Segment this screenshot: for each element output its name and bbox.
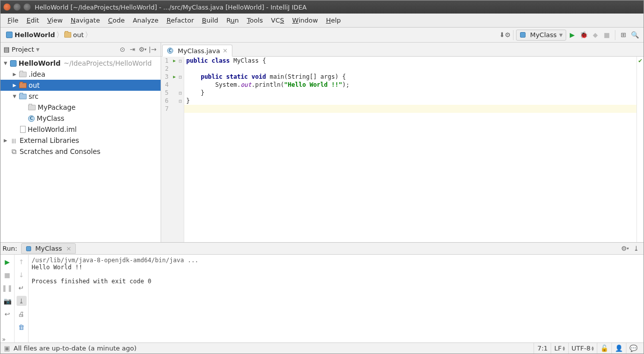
expand-arrow-icon[interactable]: ▶ [11, 83, 19, 88]
tree-label: MyClass [37, 114, 64, 122]
down-stack-button[interactable]: ↓ [17, 270, 27, 280]
editor-tab-label: MyClass.java [178, 47, 220, 55]
window-menu[interactable]: Window [288, 15, 322, 26]
code-editor[interactable]: public class MyClass { public static voi… [184, 57, 636, 242]
scroll-from-source-button[interactable]: ⊙ [117, 45, 127, 55]
line-separator[interactable]: LF▴▾ [551, 343, 568, 353]
tree-node-idea[interactable]: ▶ .idea [1, 69, 161, 80]
hide-run-button[interactable]: ⤓ [630, 243, 641, 254]
vcs-menu[interactable]: VCS [267, 15, 288, 26]
run-left-toolbar: ▶ ■ ❚❚ 📷 ↩ [1, 255, 15, 342]
build-menu[interactable]: Build [198, 15, 222, 26]
view-menu[interactable]: View [43, 15, 67, 26]
run-config-selector[interactable]: MyClass ▼ [516, 30, 566, 41]
fold-icon[interactable]: ⊟ [179, 58, 184, 64]
tree-node-src[interactable]: ▼ src [1, 91, 161, 102]
refactor-menu[interactable]: Refactor [163, 15, 198, 26]
file-icon [20, 126, 26, 133]
help-menu[interactable]: Help [322, 15, 345, 26]
code-keyword: public [186, 57, 208, 64]
lock-icon[interactable]: 🔓 [597, 343, 611, 353]
edit-menu[interactable]: Edit [23, 15, 43, 26]
settings-gear-icon[interactable]: ⚙▾ [138, 45, 148, 55]
expand-arrow-icon[interactable]: ▶ [11, 72, 19, 77]
window-title: HelloWorld [~/IdeaProjects/HelloWorld] -… [35, 4, 307, 11]
run-button[interactable]: ▶ [567, 30, 578, 41]
dump-threads-button[interactable]: 📷 [3, 296, 13, 306]
tools-menu[interactable]: Tools [243, 15, 267, 26]
coverage-button[interactable]: ◆ [590, 30, 601, 41]
clear-console-button[interactable]: 🗑 [17, 322, 27, 332]
breadcrumb-root[interactable]: HelloWorld [15, 31, 55, 39]
breadcrumb[interactable]: HelloWorld 〉 out 〉 [4, 30, 499, 40]
expand-arrow-icon[interactable]: ▼ [11, 94, 19, 99]
tree-root[interactable]: ▼ HelloWorld ~/IdeaProjects/HelloWorld [1, 58, 161, 69]
navigate-menu[interactable]: Navigate [67, 15, 104, 26]
build-project-button[interactable]: ⬇⚙ [499, 30, 510, 41]
run-gutter-icon[interactable]: ▶ [170, 58, 179, 63]
file-menu[interactable]: File [4, 15, 23, 26]
error-stripe[interactable]: ✔ [636, 57, 643, 242]
tree-external-libraries[interactable]: ▶ ⫼ External Libraries [1, 135, 161, 146]
scroll-to-end-button[interactable]: ⤓ [17, 296, 27, 306]
search-everywhere-button[interactable]: 🔍 [629, 30, 640, 41]
fold-end-icon[interactable]: ⊟ [179, 90, 184, 96]
code-text: MyClass { [230, 57, 266, 64]
expand-arrow-icon[interactable]: ▼ [2, 61, 10, 66]
analyze-menu[interactable]: Analyze [128, 15, 162, 26]
stop-button[interactable]: ■ [601, 30, 612, 41]
collapse-all-button[interactable]: ⇥ [127, 45, 138, 55]
tree-node-iml[interactable]: HelloWorld.iml [1, 124, 161, 135]
up-stack-button[interactable]: ↑ [17, 257, 27, 267]
code-menu[interactable]: Code [104, 15, 128, 26]
restore-layout-icon[interactable]: » [2, 336, 6, 343]
folder-icon [28, 105, 36, 110]
console-line: Process finished with exit code 0 [32, 278, 640, 285]
tree-node-package[interactable]: MyPackage [1, 102, 161, 113]
line-number: 1 [161, 57, 170, 64]
project-pane-header[interactable]: ▤ Project ▼ ⊙ ⇥ ⚙▾ |→ [1, 43, 161, 57]
file-encoding[interactable]: UTF-8▴▾ [568, 343, 597, 353]
breadcrumb-leaf[interactable]: out [73, 31, 84, 39]
separator [615, 30, 615, 40]
class-icon: C [28, 115, 35, 122]
close-tab-icon[interactable]: × [222, 47, 227, 54]
folder-icon [19, 83, 27, 88]
project-tree[interactable]: ▼ HelloWorld ~/IdeaProjects/HelloWorld ▶… [1, 57, 161, 242]
caret-position[interactable]: 7:1 [534, 343, 551, 353]
tree-node-out[interactable]: ▶ out [1, 80, 161, 91]
exit-button[interactable]: ↩ [3, 309, 13, 319]
fold-icon[interactable]: ⊟ [179, 74, 184, 80]
run-header[interactable]: Run: MyClass × ⚙▾ ⤓ [1, 243, 643, 255]
soft-wrap-button[interactable]: ↵ [17, 283, 27, 293]
tree-scratches[interactable]: ⧉ Scratches and Consoles [1, 146, 161, 157]
fold-end-icon[interactable]: ⊟ [179, 98, 184, 104]
tree-label: MyPackage [38, 103, 76, 111]
editor-tab[interactable]: C MyClass.java × [162, 45, 232, 57]
stop-run-button[interactable]: ■ [3, 270, 13, 280]
project-structure-button[interactable]: ⊞ [618, 30, 629, 41]
maximize-icon[interactable] [24, 4, 31, 11]
run-gutter-icon[interactable]: ▶ [170, 74, 179, 79]
minimize-icon[interactable] [14, 4, 21, 11]
run-settings-icon[interactable]: ⚙▾ [619, 243, 630, 254]
inspection-ok-icon[interactable]: ✔ [637, 58, 643, 64]
hide-button[interactable]: |→ [148, 45, 158, 55]
status-tool-windows-icon[interactable]: ▣ [4, 345, 11, 352]
inspection-profile-icon[interactable]: 👤 [611, 343, 626, 353]
notifications-icon[interactable]: 💬 [626, 343, 640, 353]
run-menu[interactable]: Run [222, 15, 243, 26]
console-output[interactable]: /usr/lib/jvm/java-8-openjdk-amd64/bin/ja… [29, 255, 643, 342]
editor-gutter[interactable]: 1▶⊟ 2 3▶⊟ 4 5⊟ 6⊟ 7 [161, 57, 184, 242]
close-tab-icon[interactable]: × [66, 245, 71, 252]
code-string: "Hello World !!" [284, 81, 342, 88]
expand-arrow-icon[interactable]: ▶ [2, 138, 10, 143]
tree-label: out [29, 81, 40, 89]
tree-node-class[interactable]: C MyClass [1, 113, 161, 124]
print-button[interactable]: 🖨 [17, 309, 27, 319]
close-icon[interactable] [4, 4, 11, 11]
rerun-button[interactable]: ▶ [3, 257, 13, 267]
debug-button[interactable]: 🐞 [578, 30, 589, 41]
run-tab[interactable]: MyClass × [21, 243, 76, 254]
pause-button[interactable]: ❚❚ [3, 283, 13, 293]
